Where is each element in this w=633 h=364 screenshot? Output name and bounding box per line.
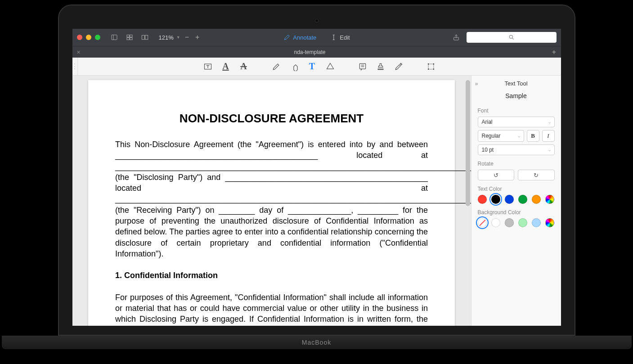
text-box-tool[interactable] xyxy=(203,62,213,72)
mode-tabs: Annotate Edit xyxy=(283,34,350,41)
color-swatch-white[interactable] xyxy=(491,218,500,227)
text-tool[interactable]: T xyxy=(307,62,317,72)
bold-button[interactable]: B xyxy=(527,130,539,142)
font-size-value: 10 pt xyxy=(482,147,494,153)
bg-color-picker-button[interactable] xyxy=(545,218,554,227)
font-variant-select[interactable]: Regular ⌵ xyxy=(478,130,524,142)
italic-button[interactable]: I xyxy=(542,130,555,142)
svg-rect-6 xyxy=(142,35,144,39)
tab-title: nda-template xyxy=(294,49,325,55)
svg-rect-3 xyxy=(130,35,132,37)
sidebar-title: Text Tool xyxy=(478,80,555,87)
svg-rect-2 xyxy=(127,35,129,37)
vertical-scrollbar[interactable] xyxy=(466,80,470,206)
bg-color-swatches xyxy=(478,218,555,227)
text-strikethrough-tool[interactable]: A xyxy=(239,62,249,72)
text-underline-tool[interactable]: A xyxy=(221,62,231,72)
edit-mode-tab[interactable]: Edit xyxy=(330,34,350,41)
svg-rect-5 xyxy=(130,38,132,40)
text-sample-preview: Sample xyxy=(478,92,555,99)
new-tab-button[interactable]: + xyxy=(548,48,561,56)
text-color-label: Text Color xyxy=(478,186,555,192)
eraser-tool[interactable] xyxy=(289,62,299,72)
color-swatch-lightblue[interactable] xyxy=(532,218,541,227)
rotate-ccw-button[interactable]: ↺ xyxy=(478,170,515,180)
zoom-in-button[interactable]: + xyxy=(193,33,201,41)
share-icon[interactable] xyxy=(450,32,462,42)
app-window: 121% ▼ − + Annotate Edit xyxy=(72,29,561,326)
font-section-label: Font xyxy=(478,108,555,114)
main-area: NON-DISCLOSURE AGREEMENT This Non-Disclo… xyxy=(72,76,561,326)
stamp-tool[interactable] xyxy=(376,62,386,72)
note-tool[interactable] xyxy=(358,62,368,72)
doc-paragraph: This Non-Disclosure Agreement (the "Agre… xyxy=(115,139,428,259)
search-input[interactable] xyxy=(467,32,557,43)
laptop-frame: 121% ▼ − + Annotate Edit xyxy=(58,4,575,349)
toolbar-handle-icon[interactable]: ⋮ xyxy=(72,58,78,75)
shape-tool[interactable] xyxy=(325,62,335,72)
color-swatch-blue[interactable] xyxy=(505,195,514,204)
annotate-label: Annotate xyxy=(293,34,316,41)
svg-rect-0 xyxy=(112,35,117,40)
sidebar-toggle-icon[interactable] xyxy=(108,32,120,42)
laptop-base: MacBook xyxy=(2,336,632,349)
document-page: NON-DISCLOSURE AGREEMENT This Non-Disclo… xyxy=(88,80,455,326)
traffic-lights xyxy=(77,35,100,40)
doc-paragraph: For purposes of this Agreement, "Confide… xyxy=(115,292,428,326)
svg-rect-17 xyxy=(428,64,434,69)
color-swatch-red[interactable] xyxy=(478,195,487,204)
font-variant-value: Regular xyxy=(482,133,501,139)
close-tab-button[interactable]: × xyxy=(77,49,81,56)
pen-tool[interactable] xyxy=(271,62,281,72)
chevron-down-icon: ⌵ xyxy=(548,120,551,124)
zoom-control: 121% ▼ − + xyxy=(159,33,202,41)
document-viewport[interactable]: NON-DISCLOSURE AGREEMENT This Non-Disclo… xyxy=(72,76,471,326)
search-icon xyxy=(508,34,515,40)
bg-color-label: Background Color xyxy=(478,209,555,216)
rotate-section-label: Rotate xyxy=(478,161,555,167)
svg-point-9 xyxy=(509,35,512,38)
brand-label: MacBook xyxy=(302,339,331,346)
font-size-select[interactable]: 10 pt ⌵ xyxy=(478,144,555,155)
zoom-value[interactable]: 121% xyxy=(159,34,174,41)
camera-icon xyxy=(315,19,319,22)
color-swatch-none[interactable] xyxy=(478,218,487,227)
annotation-toolbar: ⋮ A A T xyxy=(72,58,561,76)
zoom-out-button[interactable]: − xyxy=(183,33,191,41)
svg-line-10 xyxy=(512,38,513,40)
chevron-down-icon: ⌵ xyxy=(548,148,551,152)
eyedropper-tool[interactable] xyxy=(394,62,404,72)
svg-rect-12 xyxy=(359,63,365,69)
crop-tool[interactable] xyxy=(426,62,436,72)
text-color-swatches xyxy=(478,195,555,204)
color-swatch-lightgreen[interactable] xyxy=(518,218,527,227)
edit-label: Edit xyxy=(340,34,350,41)
svg-rect-7 xyxy=(145,35,148,39)
doc-title: NON-DISCLOSURE AGREEMENT xyxy=(115,112,428,126)
text-cursor-icon xyxy=(330,34,337,41)
close-window-button[interactable] xyxy=(77,35,82,40)
maximize-window-button[interactable] xyxy=(95,35,100,40)
color-swatch-gray[interactable] xyxy=(505,218,514,227)
split-view-icon[interactable] xyxy=(139,32,151,42)
thumbnails-icon[interactable] xyxy=(124,32,135,42)
chevron-down-icon[interactable]: ▼ xyxy=(176,35,180,40)
font-family-value: Arial xyxy=(482,119,493,125)
annotate-mode-tab[interactable]: Annotate xyxy=(283,34,316,41)
minimize-window-button[interactable] xyxy=(86,35,91,40)
color-picker-button[interactable] xyxy=(545,195,554,204)
color-swatch-green[interactable] xyxy=(518,195,527,204)
inspector-sidebar: » Text Tool Sample Font Arial ⌵ Regular … xyxy=(471,76,561,326)
rotate-cw-button[interactable]: ↻ xyxy=(518,170,555,180)
titlebar: 121% ▼ − + Annotate Edit xyxy=(72,29,561,46)
font-family-select[interactable]: Arial ⌵ xyxy=(478,117,555,127)
svg-rect-4 xyxy=(127,38,129,40)
screen-bezel: 121% ▼ − + Annotate Edit xyxy=(58,4,575,336)
color-swatch-black[interactable] xyxy=(491,195,500,204)
document-tab[interactable]: × nda-template xyxy=(72,46,548,58)
chevron-down-icon: ⌵ xyxy=(518,134,520,138)
collapse-sidebar-button[interactable]: » xyxy=(475,80,478,87)
pencil-icon xyxy=(283,34,290,41)
document-tabbar: × nda-template + xyxy=(72,46,561,58)
color-swatch-orange[interactable] xyxy=(532,195,541,204)
